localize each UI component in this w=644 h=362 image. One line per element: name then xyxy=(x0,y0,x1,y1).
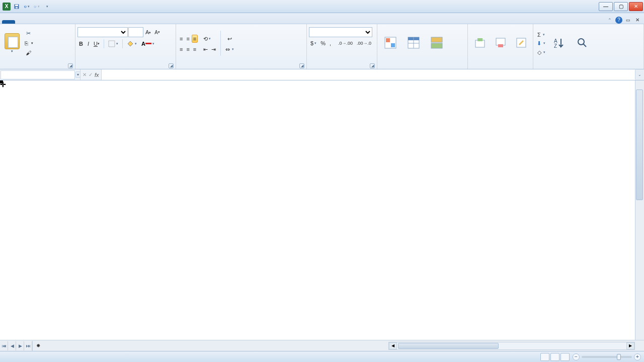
sort-filter-button[interactable]: AZ xyxy=(548,35,570,52)
eraser-icon: ◇ xyxy=(537,49,541,56)
formula-input[interactable] xyxy=(102,69,635,80)
wrap-icon: ↩ xyxy=(227,36,232,42)
hscroll-thumb[interactable] xyxy=(398,343,499,349)
conditional-formatting-button[interactable] xyxy=(379,35,401,52)
bold-button[interactable]: B xyxy=(77,40,85,48)
delete-cells-button[interactable] xyxy=(491,35,510,52)
view-buttons xyxy=(540,353,570,361)
font-size-input[interactable] xyxy=(128,27,143,37)
format-cells-button[interactable] xyxy=(511,35,531,52)
page-break-view-button[interactable] xyxy=(560,353,570,361)
number-dialog-launcher[interactable]: ◢ xyxy=(370,63,375,68)
orientation-button[interactable]: ⟲ xyxy=(202,35,212,43)
normal-view-button[interactable] xyxy=(540,353,549,361)
zoom-in-button[interactable]: + xyxy=(634,353,641,360)
fill-handle[interactable] xyxy=(0,80,3,83)
fx-icon[interactable]: fx xyxy=(95,72,99,78)
paste-icon xyxy=(5,33,20,49)
cut-button[interactable]: ✂ xyxy=(23,29,35,38)
svg-rect-15 xyxy=(496,38,505,45)
align-top-icon[interactable]: ≡ xyxy=(178,35,184,43)
svg-rect-5 xyxy=(386,38,390,42)
page-layout-view-button[interactable] xyxy=(550,353,559,361)
align-right-icon[interactable]: ≡ xyxy=(192,45,198,53)
decrease-font-icon[interactable]: A▾ xyxy=(153,29,162,36)
svg-rect-11 xyxy=(431,37,442,42)
worksheet-area[interactable]: ✛ xyxy=(0,80,644,340)
horizontal-scrollbar[interactable]: ◀ ▶ xyxy=(388,342,635,350)
cell-styles-button[interactable] xyxy=(426,35,448,52)
zoom-slider[interactable] xyxy=(582,356,632,358)
insert-cells-button[interactable] xyxy=(470,35,490,52)
autosum-button[interactable]: Σ xyxy=(535,31,547,39)
expand-formula-bar[interactable]: ⌄ xyxy=(635,69,644,80)
sheet-nav-next[interactable]: ▶ xyxy=(16,341,24,351)
clear-button[interactable]: ◇ xyxy=(535,48,547,57)
paste-button[interactable]: ▾ xyxy=(2,32,22,54)
name-box-input[interactable] xyxy=(1,70,75,79)
minimize-ribbon-icon[interactable]: ⌃ xyxy=(606,17,613,24)
number-format-select[interactable] xyxy=(309,27,372,37)
window-controls: — ▢ ✕ xyxy=(598,2,643,11)
sheet-tabs-bar: ⏮ ◀ ▶ ⏭ ✸ ◀ ▶ xyxy=(0,340,644,351)
font-color-button[interactable]: A xyxy=(140,40,156,48)
workbook-close-icon[interactable]: ✕ xyxy=(634,16,641,24)
merge-icon: ⇔ xyxy=(225,46,230,53)
help-icon[interactable]: ? xyxy=(615,17,622,24)
tab-file[interactable] xyxy=(2,20,15,24)
svg-rect-12 xyxy=(431,43,442,48)
align-middle-icon[interactable]: ≡ xyxy=(185,35,191,43)
close-button[interactable]: ✕ xyxy=(629,2,643,11)
font-dialog-launcher[interactable]: ◢ xyxy=(169,63,174,68)
window-restore-icon[interactable]: ▭ xyxy=(624,17,632,24)
minimize-button[interactable]: — xyxy=(599,2,613,11)
hscroll-right[interactable]: ▶ xyxy=(626,342,634,349)
comma-format-button[interactable]: , xyxy=(328,39,333,47)
zoom-out-button[interactable]: − xyxy=(573,353,580,360)
alignment-dialog-launcher[interactable]: ◢ xyxy=(299,63,304,68)
align-bottom-icon[interactable]: ≡ xyxy=(192,35,198,43)
vertical-scroll-thumb[interactable] xyxy=(636,89,643,200)
format-as-table-button[interactable] xyxy=(403,35,425,52)
svg-rect-2 xyxy=(16,7,18,8)
new-sheet-button[interactable]: ✸ xyxy=(35,342,42,349)
copy-button[interactable]: ⎘▾ xyxy=(23,39,35,48)
decrease-decimal-button[interactable]: .00→.0 xyxy=(355,40,373,47)
merge-center-button[interactable]: ⇔ xyxy=(224,45,235,54)
align-center-icon[interactable]: ≡ xyxy=(185,45,191,53)
borders-button[interactable] xyxy=(107,39,120,48)
fill-color-button[interactable] xyxy=(125,39,138,48)
accounting-format-button[interactable]: $ xyxy=(309,39,318,47)
increase-indent-icon[interactable]: ⇥ xyxy=(210,45,217,54)
cancel-formula-icon: ✕ xyxy=(83,72,87,77)
sheet-nav-prev[interactable]: ◀ xyxy=(8,341,16,351)
maximize-button[interactable]: ▢ xyxy=(614,2,628,11)
underline-button[interactable]: U▾ xyxy=(92,40,101,48)
svg-rect-14 xyxy=(477,38,482,41)
save-icon[interactable] xyxy=(12,2,21,11)
decrease-indent-icon[interactable]: ⇤ xyxy=(202,45,209,54)
hscroll-left[interactable]: ◀ xyxy=(389,342,397,349)
svg-text:Z: Z xyxy=(554,43,557,49)
sheet-nav-last[interactable]: ⏭ xyxy=(24,341,32,351)
font-name-select[interactable] xyxy=(77,27,128,37)
delete-icon xyxy=(494,36,507,49)
clipboard-dialog-launcher[interactable]: ◢ xyxy=(68,63,73,68)
increase-font-icon[interactable]: A▴ xyxy=(144,28,152,36)
undo-button[interactable] xyxy=(22,2,31,11)
increase-decimal-button[interactable]: .0→.00 xyxy=(337,40,354,47)
vertical-scrollbar[interactable] xyxy=(635,80,644,340)
find-select-button[interactable] xyxy=(571,35,593,52)
percent-format-button[interactable]: % xyxy=(319,39,327,47)
redo-button[interactable] xyxy=(32,2,41,11)
sheet-nav-first[interactable]: ⏮ xyxy=(0,341,8,351)
format-painter-button[interactable]: 🖌 xyxy=(23,48,35,57)
qat-customize[interactable] xyxy=(42,2,51,11)
align-left-icon[interactable]: ≡ xyxy=(178,45,184,53)
table-icon xyxy=(407,36,420,49)
zoom-slider-thumb[interactable] xyxy=(617,354,621,360)
name-box-dropdown[interactable]: ▾ xyxy=(75,71,80,78)
wrap-text-button[interactable]: ↩ xyxy=(224,35,235,43)
fill-button[interactable]: ⬇ xyxy=(535,39,547,48)
italic-button[interactable]: I xyxy=(86,40,91,48)
